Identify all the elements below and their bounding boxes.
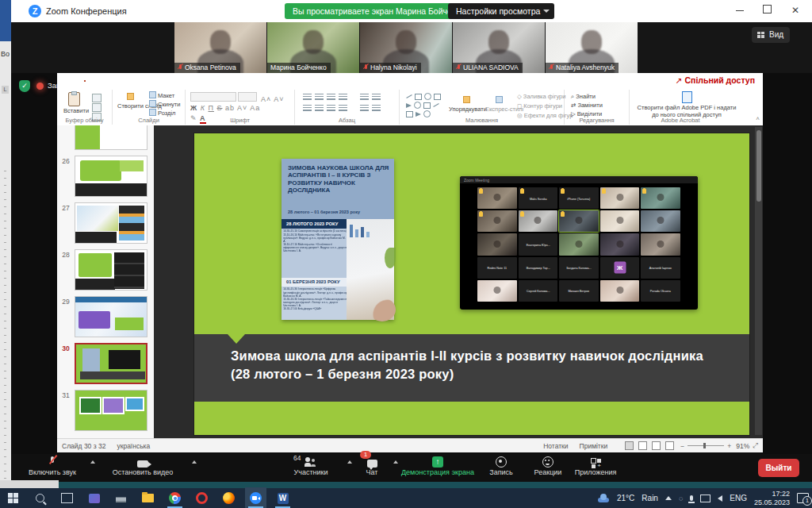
opera-button[interactable] — [195, 491, 209, 505]
font-family-select[interactable] — [190, 92, 236, 102]
tray-mic-icon[interactable] — [690, 495, 693, 501]
video-options-chevron[interactable] — [192, 460, 197, 464]
file-explorer-button[interactable] — [141, 491, 155, 505]
participant-video-tile[interactable]: Марина Бойченко — [267, 22, 359, 73]
slide-thumbnail-item[interactable]: 29 — [57, 296, 151, 337]
view-mode-buttons[interactable] — [625, 441, 674, 450]
slide-sorter-icon[interactable] — [638, 441, 647, 450]
participants-chevron[interactable] — [347, 460, 352, 464]
slide-thumbnail[interactable] — [75, 202, 147, 244]
chrome-button[interactable] — [168, 491, 182, 505]
slide-thumbnail[interactable] — [75, 249, 147, 291]
list-buttons[interactable] — [301, 93, 349, 103]
record-button[interactable]: Запись — [477, 456, 525, 476]
tray-speaker-icon[interactable] — [718, 495, 722, 502]
fit-slide-icon[interactable]: ⤢ — [753, 441, 758, 450]
new-slide-button[interactable]: Створити слайд — [117, 93, 144, 110]
layout-button[interactable]: Макет — [149, 91, 174, 100]
slide-thumbnail-item[interactable]: 26 — [57, 156, 151, 197]
comments-toggle[interactable]: Примітки — [580, 442, 608, 450]
language-indicator[interactable]: українська — [117, 442, 150, 450]
reset-button[interactable]: Скинути — [149, 100, 180, 109]
search-button[interactable] — [33, 491, 47, 505]
leave-button[interactable]: Выйти — [758, 459, 799, 477]
font-style-buttons[interactable]: Ж К П S ab A˅ Aa — [190, 104, 260, 112]
clock[interactable]: 17:22 25.05.2023 — [754, 490, 790, 507]
slide-thumbnail[interactable] — [75, 125, 147, 150]
vertical-scrollbar[interactable] — [755, 127, 762, 435]
collapse-ribbon-icon[interactable]: ˄ — [756, 115, 760, 122]
cut-icon[interactable] — [92, 94, 102, 102]
zoom-level[interactable]: 91% — [736, 442, 749, 450]
participant-video-tile[interactable]: ULIANA SADIOVA — [453, 22, 545, 73]
normal-view-icon[interactable] — [625, 441, 634, 450]
slide-canvas[interactable]: ЗИМОВА НАУКОВА ШКОЛА ДЛЯ АСПІРАНТІВ І – … — [194, 133, 749, 435]
notification-center-icon[interactable]: 1 — [797, 493, 809, 503]
quick-styles-button[interactable]: Експрес-стилі — [485, 96, 514, 114]
unmute-button[interactable]: Включить звук — [17, 456, 87, 476]
weather-icon[interactable] — [597, 495, 610, 502]
chat-button[interactable]: 1 Чат — [354, 456, 390, 476]
shapes-gallery[interactable] — [404, 92, 446, 118]
paste-button[interactable]: Вставити — [63, 92, 84, 114]
tray-app-icon[interactable]: ◌ — [679, 495, 683, 502]
share-access-button[interactable]: Спільний доступ — [676, 75, 755, 85]
participants-count: 64 — [293, 454, 301, 462]
slide-thumbnail-item[interactable]: 30 — [57, 343, 151, 384]
zoom-slider[interactable]: −+ — [680, 442, 731, 450]
zoom-app-icon — [250, 492, 262, 504]
maximize-button[interactable] — [753, 0, 780, 21]
word-button[interactable]: W — [276, 491, 289, 505]
slide-caption-text[interactable]: Зимова школа для аспірантів І-ІІ курсів … — [231, 347, 722, 383]
weather-temp[interactable]: 21°C — [617, 494, 634, 502]
weather-condition[interactable]: Rain — [642, 494, 658, 502]
participant-video-tile[interactable]: Nataliya Avshenyuk — [546, 22, 638, 73]
minimize-button[interactable] — [726, 0, 753, 21]
copy-icon[interactable] — [92, 103, 102, 112]
slide-thumbnail-item[interactable] — [57, 131, 151, 150]
zoom-app-button[interactable] — [249, 491, 262, 505]
align-buttons[interactable] — [301, 104, 349, 114]
reading-view-icon[interactable] — [652, 441, 661, 450]
arrange-button[interactable]: Упорядкувати — [449, 96, 485, 114]
task-view-button[interactable] — [60, 491, 74, 505]
replace-button[interactable]: ⇄ Замінити — [571, 101, 603, 110]
slide-thumbnail[interactable] — [75, 390, 147, 431]
shape-fill-button[interactable]: ◇ Заливка фігури — [517, 92, 565, 101]
start-button[interactable] — [6, 491, 20, 505]
font-size-select[interactable] — [238, 92, 257, 102]
slide-thumbnail-item[interactable]: 31 — [57, 390, 151, 431]
zoom-window-title: Zoom Конференция — [46, 6, 127, 16]
mic-options-chevron[interactable] — [90, 460, 95, 464]
tray-display-icon[interactable] — [700, 495, 710, 502]
slide-thumbnail[interactable] — [75, 296, 147, 337]
participants-button[interactable]: 64 Участники — [279, 456, 343, 476]
firefox-button[interactable] — [222, 491, 236, 505]
language-switcher[interactable]: ENG — [730, 494, 747, 502]
font-grow-shrink-icons[interactable]: A˄ A˅ — [259, 95, 285, 103]
share-screen-button[interactable]: ↑ Демонстрация экрана — [390, 456, 485, 476]
slide-thumbnail[interactable] — [75, 343, 147, 384]
slide-thumbnail-item[interactable]: 28 — [57, 249, 151, 291]
tray-expand-chevron[interactable] — [665, 496, 672, 500]
columns-buttons[interactable] — [358, 104, 382, 114]
notes-toggle[interactable]: Нотатки — [543, 442, 568, 450]
fax-app-button[interactable] — [114, 491, 128, 505]
create-pdf-button[interactable]: Створити файл Adobe PDF і надати до ньог… — [636, 91, 737, 118]
slideshow-icon[interactable] — [665, 441, 674, 450]
security-shield-icon[interactable]: ✓ — [19, 80, 30, 92]
reactions-button[interactable]: Реакции — [525, 456, 571, 476]
shape-outline-button[interactable]: ◻ Контур фігури — [517, 102, 562, 110]
slide-thumbnail-item[interactable]: 27 — [57, 202, 151, 244]
participant-video-tile[interactable]: Oksana Petinova — [174, 22, 266, 73]
apps-button[interactable]: Приложения — [566, 456, 625, 476]
participant-video-tile[interactable]: Halyna Nikolayi — [360, 22, 452, 73]
view-button[interactable]: Вид — [752, 27, 790, 43]
movie-app-button[interactable] — [87, 491, 101, 505]
view-settings-dropdown[interactable]: Настройки просмотра — [448, 3, 554, 19]
slide-thumbnail[interactable] — [75, 156, 147, 197]
find-button[interactable]: ⌕ Знайти — [571, 92, 596, 101]
direction-buttons[interactable] — [358, 93, 382, 103]
close-button[interactable]: ✕ — [782, 0, 809, 21]
stop-video-button[interactable]: Остановить видео — [100, 456, 186, 476]
